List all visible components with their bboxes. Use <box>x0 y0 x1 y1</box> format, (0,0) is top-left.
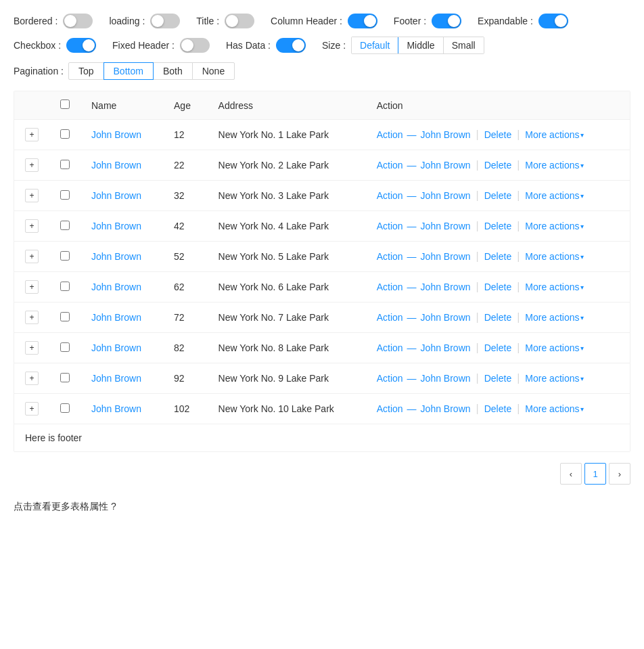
action-name-link[interactable]: John Brown <box>421 221 471 231</box>
action-name-link[interactable]: John Brown <box>421 403 471 414</box>
checkbox-toggle[interactable] <box>66 38 96 53</box>
pagination-top-button[interactable]: Top <box>68 62 104 80</box>
name-link[interactable]: John Brown <box>91 221 141 231</box>
expand-cell: + <box>14 394 49 424</box>
more-actions-link[interactable]: More actions ▾ <box>525 160 584 171</box>
action-link[interactable]: Action <box>377 312 403 323</box>
name-link[interactable]: John Brown <box>91 160 141 171</box>
delete-link[interactable]: Delete <box>484 282 511 292</box>
more-actions-link[interactable]: More actions ▾ <box>525 221 584 231</box>
has-data-slider[interactable] <box>276 38 306 53</box>
row-checkbox[interactable] <box>60 312 70 321</box>
loading-toggle[interactable] <box>150 14 180 28</box>
delete-link[interactable]: Delete <box>484 403 511 414</box>
more-actions-link[interactable]: More actions ▾ <box>525 190 584 201</box>
action-link[interactable]: Action <box>377 190 403 201</box>
footer-toggle[interactable] <box>432 14 461 28</box>
row-checkbox[interactable] <box>60 129 70 139</box>
title-toggle[interactable] <box>225 14 254 28</box>
row-checkbox[interactable] <box>60 251 70 261</box>
expandable-slider[interactable] <box>538 14 568 28</box>
header-checkbox[interactable] <box>60 99 70 109</box>
delete-link[interactable]: Delete <box>484 160 511 171</box>
expand-button[interactable]: + <box>25 128 39 141</box>
more-actions-link[interactable]: More actions ▾ <box>525 403 584 414</box>
delete-link[interactable]: Delete <box>484 129 511 140</box>
action-link[interactable]: Action <box>377 221 403 231</box>
name-link[interactable]: John Brown <box>91 282 141 292</box>
name-link[interactable]: John Brown <box>91 403 141 414</box>
more-actions-link[interactable]: More actions ▾ <box>525 282 584 292</box>
action-name-link[interactable]: John Brown <box>421 190 471 201</box>
bordered-slider[interactable] <box>63 14 93 28</box>
has-data-toggle[interactable] <box>276 38 306 53</box>
fixed-header-slider[interactable] <box>180 38 210 53</box>
column-header-slider[interactable] <box>348 14 377 28</box>
action-link[interactable]: Action <box>377 129 403 140</box>
expand-button[interactable]: + <box>25 311 39 324</box>
action-name-link[interactable]: John Brown <box>421 312 471 323</box>
action-name-link[interactable]: John Brown <box>421 373 471 384</box>
action-name-link[interactable]: John Brown <box>421 129 471 140</box>
name-link[interactable]: John Brown <box>91 190 141 201</box>
size-small-button[interactable]: Small <box>444 37 484 53</box>
delete-link[interactable]: Delete <box>484 251 511 262</box>
more-actions-link[interactable]: More actions ▾ <box>525 251 584 262</box>
expand-button[interactable]: + <box>25 189 39 202</box>
checkbox-slider[interactable] <box>66 38 96 53</box>
more-actions-link[interactable]: More actions ▾ <box>525 342 584 353</box>
expandable-toggle[interactable] <box>538 14 568 28</box>
bordered-toggle[interactable] <box>63 14 93 28</box>
more-actions-link[interactable]: More actions ▾ <box>525 129 584 140</box>
footer-slider[interactable] <box>432 14 461 28</box>
action-name-link[interactable]: John Brown <box>421 282 471 292</box>
action-link[interactable]: Action <box>377 251 403 262</box>
row-checkbox[interactable] <box>60 160 70 169</box>
action-name-link[interactable]: John Brown <box>421 251 471 262</box>
expand-button[interactable]: + <box>25 402 39 416</box>
fixed-header-toggle[interactable] <box>180 38 210 53</box>
delete-link[interactable]: Delete <box>484 342 511 353</box>
name-link[interactable]: John Brown <box>91 312 141 323</box>
size-default-button[interactable]: Default <box>352 37 398 53</box>
delete-link[interactable]: Delete <box>484 221 511 231</box>
expand-button[interactable]: + <box>25 280 39 294</box>
action-link[interactable]: Action <box>377 373 403 384</box>
action-name-link[interactable]: John Brown <box>421 342 471 353</box>
loading-slider[interactable] <box>150 14 180 28</box>
row-checkbox[interactable] <box>60 221 70 230</box>
delete-link[interactable]: Delete <box>484 190 511 201</box>
name-link[interactable]: John Brown <box>91 373 141 384</box>
pagination-bottom-button[interactable]: Bottom <box>104 62 154 80</box>
pagination-none-button[interactable]: None <box>192 62 235 80</box>
row-checkbox[interactable] <box>60 403 70 413</box>
more-actions-link[interactable]: More actions ▾ <box>525 312 584 323</box>
expand-button[interactable]: + <box>25 372 39 385</box>
row-checkbox[interactable] <box>60 373 70 382</box>
name-link[interactable]: John Brown <box>91 129 141 140</box>
name-link[interactable]: John Brown <box>91 251 141 262</box>
more-actions-link[interactable]: More actions ▾ <box>525 373 584 384</box>
size-middle-button[interactable]: Middle <box>398 37 443 53</box>
row-checkbox[interactable] <box>60 342 70 352</box>
expand-button[interactable]: + <box>25 250 39 263</box>
action-link[interactable]: Action <box>377 160 403 171</box>
action-link[interactable]: Action <box>377 342 403 353</box>
page-1-button[interactable]: 1 <box>584 463 606 485</box>
expand-button[interactable]: + <box>25 158 39 172</box>
prev-page-button[interactable]: ‹ <box>560 463 582 485</box>
row-checkbox[interactable] <box>60 190 70 200</box>
expand-button[interactable]: + <box>25 341 39 355</box>
pagination-both-button[interactable]: Both <box>153 62 193 80</box>
title-slider[interactable] <box>225 14 254 28</box>
action-link[interactable]: Action <box>377 403 403 414</box>
expand-button[interactable]: + <box>25 219 39 233</box>
action-link[interactable]: Action <box>377 282 403 292</box>
delete-link[interactable]: Delete <box>484 312 511 323</box>
next-page-button[interactable]: › <box>609 463 630 485</box>
row-checkbox[interactable] <box>60 282 70 291</box>
name-link[interactable]: John Brown <box>91 342 141 353</box>
delete-link[interactable]: Delete <box>484 373 511 384</box>
column-header-toggle[interactable] <box>348 14 377 28</box>
action-name-link[interactable]: John Brown <box>421 160 471 171</box>
